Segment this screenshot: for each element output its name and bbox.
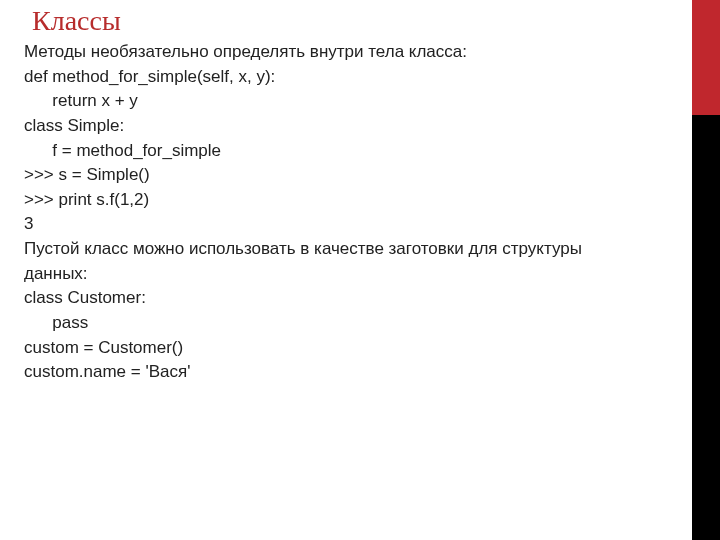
content-line: 3 [24,212,680,237]
content-line: def method_for_simple(self, x, y): [24,65,680,90]
content-line: f = method_for_simple [24,139,680,164]
slide-title: Классы [32,5,121,37]
content-line: Пустой класс можно использовать в качест… [24,237,680,262]
accent-bar-red [692,0,720,115]
slide-content: Методы необязательно определять внутри т… [24,40,680,385]
content-line: данных: [24,262,680,287]
accent-bar-black [692,115,720,540]
content-line: pass [24,311,680,336]
content-line: Методы необязательно определять внутри т… [24,40,680,65]
content-line: >>> s = Simple() [24,163,680,188]
content-line: custom = Customer() [24,336,680,361]
content-line: custom.name = 'Вася' [24,360,680,385]
content-line: >>> print s.f(1,2) [24,188,680,213]
content-line: class Simple: [24,114,680,139]
content-line: return x + y [24,89,680,114]
content-line: class Customer: [24,286,680,311]
